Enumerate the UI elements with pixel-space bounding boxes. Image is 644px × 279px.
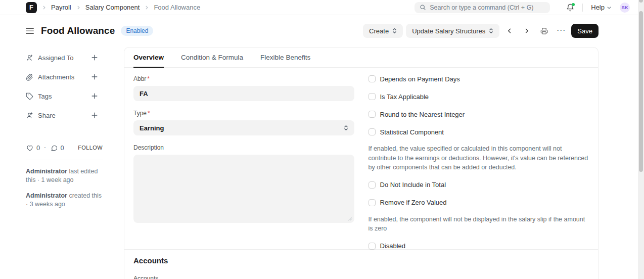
chevron-right-icon (41, 5, 47, 10)
checkbox-icon[interactable] (369, 75, 376, 82)
ellipsis-icon: ··· (557, 26, 566, 36)
description-textarea[interactable] (133, 155, 354, 223)
page-scrollbar[interactable] (638, 0, 644, 279)
page-title: Food Allowance (41, 25, 115, 36)
checkbox-disabled[interactable]: Disabled (369, 243, 589, 250)
checkbox-label: Round to the Nearest Integer (380, 111, 465, 118)
form-card: Overview Condition & Formula Flexible Be… (124, 47, 599, 279)
type-label-text: Type (133, 110, 147, 117)
edited-by-user: Administrator (26, 168, 67, 175)
share-add-button[interactable] (91, 112, 98, 119)
sidebar-item-share[interactable]: Share (26, 108, 103, 122)
previous-document-button[interactable] (502, 24, 517, 38)
tab-overview[interactable]: Overview (133, 48, 164, 67)
paperclip-icon (26, 73, 33, 81)
search-icon (420, 4, 426, 11)
sidebar-item-label: Share (38, 112, 56, 119)
form-right-column: Depends on Payment Days Is Tax Applicabl… (369, 75, 589, 249)
add-tag-button[interactable] (91, 92, 98, 100)
abbr-label-text: Abbr (133, 75, 146, 82)
checkbox-statistical-component[interactable]: Statistical Component (369, 128, 589, 135)
sidebar-item-label: Attachments (38, 73, 74, 81)
checkbox-round-to-nearest-integer[interactable]: Round to the Nearest Integer (369, 111, 589, 118)
create-button[interactable]: Create (363, 24, 403, 38)
tab-flexible-benefits[interactable]: Flexible Benefits (260, 48, 310, 67)
search-input[interactable] (430, 4, 545, 11)
checkbox-icon[interactable] (369, 181, 376, 189)
accounts-section: Accounts Accounts (124, 250, 598, 279)
comments-button[interactable] (50, 144, 58, 152)
dot-separator: · (43, 143, 46, 152)
sidebar-item-tags[interactable]: Tags (26, 89, 103, 103)
user-avatar[interactable]: SK (620, 3, 630, 13)
next-document-button[interactable] (520, 24, 534, 38)
print-button[interactable] (537, 24, 551, 38)
breadcrumb-payroll[interactable]: Payroll (51, 4, 71, 11)
created-by-user: Administrator (26, 192, 67, 199)
form-left-column: Abbr* FA Type* Earning Description (133, 75, 354, 249)
add-assignment-button[interactable] (91, 54, 98, 61)
checkbox-icon[interactable] (369, 111, 376, 118)
tab-condition-and-formula[interactable]: Condition & Formula (181, 48, 243, 67)
status-badge: Enabled (121, 26, 153, 36)
update-salary-structures-button[interactable]: Update Salary Structures (406, 24, 499, 38)
scrollbar-stub (639, 0, 643, 3)
chevron-down-icon (607, 5, 612, 10)
accounts-section-heading: Accounts (133, 256, 589, 265)
checkbox-label: Depends on Payment Days (380, 75, 460, 83)
printer-icon (540, 27, 548, 35)
app-logo[interactable]: F (26, 2, 37, 13)
share-user-icon (26, 112, 33, 119)
chevron-up-down-icon (344, 125, 348, 131)
last-edited-info: Administrator last edited this · 1 week … (26, 167, 103, 184)
breadcrumb-salary-component[interactable]: Salary Component (85, 4, 140, 11)
like-heart-button[interactable] (26, 144, 34, 152)
required-asterisk: * (148, 110, 150, 117)
comments-count: 0 (61, 144, 64, 152)
checkbox-icon[interactable] (369, 128, 376, 135)
help-menu[interactable]: Help (591, 4, 612, 11)
checkbox-label: Do Not Include in Total (380, 181, 446, 189)
checkbox-is-tax-applicable[interactable]: Is Tax Applicable (369, 93, 589, 100)
type-select[interactable]: Earning (133, 120, 354, 135)
sidebar-divider (26, 160, 103, 160)
checkbox-remove-if-zero-valued[interactable]: Remove if Zero Valued (369, 199, 589, 206)
checkbox-icon[interactable] (369, 243, 376, 250)
global-search[interactable] (415, 2, 550, 13)
type-select-value: Earning (140, 124, 164, 132)
resize-grip-icon[interactable] (348, 216, 352, 221)
follow-button[interactable]: FOLLOW (78, 145, 103, 151)
checkbox-do-not-include-in-total[interactable]: Do Not Include in Total (369, 181, 589, 189)
update-salary-structures-label: Update Salary Structures (412, 27, 485, 35)
checkbox-depends-on-payment-days[interactable]: Depends on Payment Days (369, 75, 589, 82)
checkbox-label: Statistical Component (380, 128, 444, 136)
abbr-input[interactable]: FA (133, 86, 354, 101)
breadcrumb-current-food-allowance: Food Allowance (154, 4, 200, 11)
likes-count: 0 (36, 144, 40, 152)
document-sidebar: Assigned To Attachments Tags Share (26, 51, 103, 216)
save-button[interactable]: Save (571, 24, 599, 38)
navbar: F Payroll Salary Component Food Allowanc… (0, 0, 638, 15)
chevron-right-icon (524, 28, 530, 34)
add-attachment-button[interactable] (91, 73, 98, 80)
required-asterisk: * (147, 75, 150, 82)
checkbox-label: Disabled (380, 242, 406, 250)
scrollbar-thumb[interactable] (639, 11, 643, 172)
sidebar-toggle-button[interactable] (26, 28, 34, 34)
sidebar-item-assigned-to[interactable]: Assigned To (26, 51, 103, 65)
sidebar-item-attachments[interactable]: Attachments (26, 70, 103, 84)
chevron-right-icon (144, 5, 149, 10)
navbar-divider (582, 4, 583, 12)
create-button-label: Create (369, 27, 389, 35)
notifications-bell-button[interactable] (566, 4, 574, 12)
chevron-up-down-icon (489, 28, 493, 34)
sidebar-item-label: Assigned To (38, 54, 74, 62)
checkbox-icon[interactable] (369, 93, 376, 100)
menu-ellipsis-button[interactable]: ··· (554, 24, 568, 38)
checkbox-icon[interactable] (369, 199, 376, 206)
abbr-label: Abbr* (133, 75, 354, 82)
engagement-row: 0 · 0 FOLLOW (26, 143, 103, 152)
type-label: Type* (133, 110, 354, 117)
chevron-up-down-icon (392, 28, 397, 34)
tag-icon (26, 92, 33, 100)
